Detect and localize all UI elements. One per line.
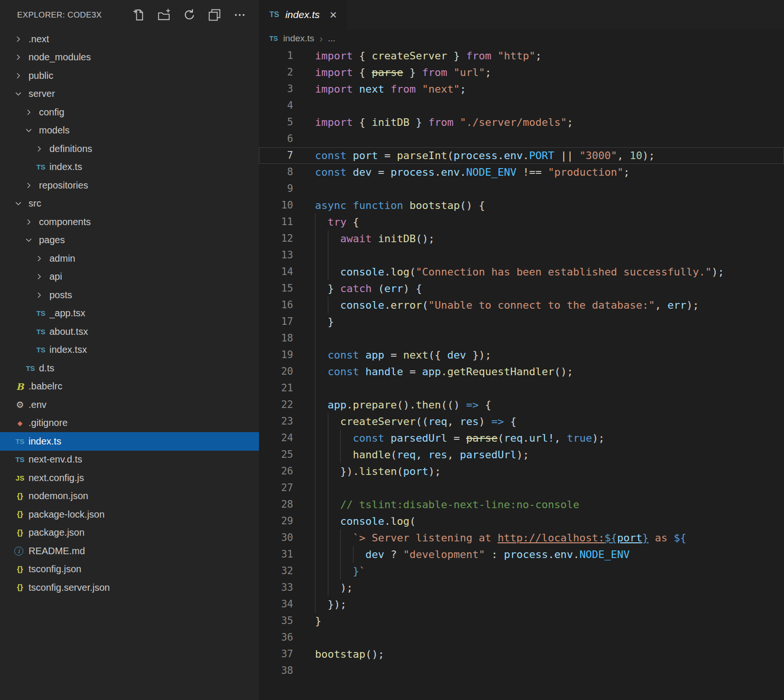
code-line-2[interactable]: 2import { parse } from "url"; (259, 64, 784, 81)
code-token: log (391, 266, 410, 278)
code-line-22[interactable]: 22 app.prepare().then(() => { (259, 397, 784, 413)
tree-item-server[interactable]: server (0, 85, 259, 104)
code-line-7[interactable]: 7const port = parseInt(process.env.PORT … (259, 147, 784, 164)
tree-item-label: nodemon.json (29, 491, 88, 501)
code-line-9[interactable]: 9 (259, 180, 784, 197)
code-line-content: app.prepare().then(() => { (315, 397, 784, 413)
code-line-23[interactable]: 23 createServer((req, res) => { (259, 413, 784, 430)
explorer-sidebar: EXPLORER: CODE3X .nextnode_modulespublic… (0, 0, 259, 700)
breadcrumb-symbol[interactable]: ... (328, 33, 335, 44)
refresh-icon[interactable] (182, 8, 196, 22)
tree-item-index.tsx[interactable]: TSindex.tsx (0, 341, 259, 359)
indent-guide (340, 446, 341, 463)
tree-item-admin[interactable]: admin (0, 249, 259, 268)
code-token: (( (416, 416, 429, 427)
code-line-27[interactable]: 27 (259, 480, 784, 496)
code-line-content: bootstap(); (315, 646, 784, 662)
code-line-10[interactable]: 10async function bootstap() { (259, 197, 784, 214)
tree-item-label: tsconfig.json (29, 564, 81, 575)
code-line-35[interactable]: 35} (259, 613, 784, 629)
tree-item-d.ts[interactable]: TSd.ts (0, 359, 259, 378)
tree-item-posts[interactable]: posts (0, 286, 259, 304)
code-line-content (315, 480, 784, 496)
new-folder-icon[interactable] (157, 8, 171, 22)
code-line-28[interactable]: 28 // tslint:disable-next-line:no-consol… (259, 496, 784, 513)
code-line-37[interactable]: 37bootstap(); (259, 646, 784, 662)
tree-item-definitions[interactable]: definitions (0, 140, 259, 158)
tree-item-index.ts[interactable]: TSindex.ts (0, 432, 259, 451)
tree-item-README.md[interactable]: iREADME.md (0, 542, 259, 560)
code-line-12[interactable]: 12 await initDB(); (259, 230, 784, 247)
tab-index-ts[interactable]: TS index.ts × (259, 0, 347, 29)
code-line-4[interactable]: 4 (259, 97, 784, 114)
tree-item-api[interactable]: api (0, 268, 259, 286)
tree-item-nodemon.json[interactable]: {}nodemon.json (0, 487, 259, 506)
code-line-32[interactable]: 32 }` (259, 563, 784, 579)
tree-item-src[interactable]: src (0, 195, 259, 213)
code-token: import (315, 66, 353, 78)
chevron-down-icon (14, 199, 29, 208)
tree-item-next-env.d.ts[interactable]: TSnext-env.d.ts (0, 451, 259, 469)
code-token: then (416, 399, 441, 411)
code-token: dev (447, 349, 466, 361)
code-editor[interactable]: 1import { createServer } from "http";2im… (259, 47, 784, 700)
tree-item-components[interactable]: components (0, 213, 259, 231)
tree-item-_app.tsx[interactable]: TS_app.tsx (0, 304, 259, 323)
code-line-11[interactable]: 11 try { (259, 214, 784, 230)
code-token: bootstap (315, 648, 365, 660)
code-line-34[interactable]: 34 }); (259, 596, 784, 613)
code-line-8[interactable]: 8const dev = process.env.NODE_ENV !== "p… (259, 164, 784, 180)
tree-item-.gitignore[interactable]: ◆.gitignore (0, 414, 259, 433)
tree-item-package.json[interactable]: {}package.json (0, 524, 259, 542)
tree-item-tsconfig.server.json[interactable]: {}tsconfig.server.json (0, 578, 259, 597)
code-line-5[interactable]: 5import { initDB } from "./server/models… (259, 114, 784, 131)
tree-item-.babelrc[interactable]: B.babelrc (0, 378, 259, 396)
code-token: handle (365, 366, 403, 378)
code-line-18[interactable]: 18 (259, 330, 784, 347)
code-line-1[interactable]: 1import { createServer } from "http"; (259, 47, 784, 64)
tree-item-index.ts[interactable]: TSindex.ts (0, 158, 259, 177)
tree-item-public[interactable]: public (0, 66, 259, 85)
tree-item-.env[interactable]: ⚙.env (0, 396, 259, 414)
code-line-3[interactable]: 3import next from "next"; (259, 81, 784, 97)
tree-item-models[interactable]: models (0, 122, 259, 140)
code-line-26[interactable]: 26 }).listen(port); (259, 463, 784, 480)
code-line-19[interactable]: 19 const app = next({ dev }); (259, 347, 784, 363)
code-line-31[interactable]: 31 dev ? "development" : process.env.NOD… (259, 546, 784, 563)
code-line-16[interactable]: 16 console.error("Unable to connect to t… (259, 297, 784, 313)
code-line-38[interactable]: 38 (259, 662, 784, 679)
tree-item-repositories[interactable]: repositories (0, 176, 259, 195)
code-token: "./server/models" (460, 116, 567, 128)
code-line-24[interactable]: 24 const parsedUrl = parse(req.url!, tru… (259, 430, 784, 446)
code-token: req (428, 416, 447, 427)
tree-item-config[interactable]: config (0, 103, 259, 122)
tree-item-pages[interactable]: pages (0, 231, 259, 250)
indent-guide (328, 430, 328, 446)
collapse-all-icon[interactable] (207, 8, 221, 22)
code-line-36[interactable]: 36 (259, 629, 784, 646)
new-file-icon[interactable] (132, 8, 146, 22)
indent-guide (328, 513, 328, 530)
breadcrumb-file[interactable]: index.ts (283, 33, 314, 44)
code-line-15[interactable]: 15 } catch (err) { (259, 280, 784, 297)
tree-item-tsconfig.json[interactable]: {}tsconfig.json (0, 560, 259, 579)
tree-item-node_modules[interactable]: node_modules (0, 48, 259, 67)
code-line-6[interactable]: 6 (259, 131, 784, 147)
code-line-13[interactable]: 13 (259, 247, 784, 264)
code-line-25[interactable]: 25 handle(req, res, parsedUrl); (259, 446, 784, 463)
tree-item-about.tsx[interactable]: TSabout.tsx (0, 322, 259, 341)
code-line-30[interactable]: 30 `> Server listening at http://localho… (259, 530, 784, 546)
code-line-29[interactable]: 29 console.log( (259, 513, 784, 530)
tree-item-.next[interactable]: .next (0, 30, 259, 48)
code-line-20[interactable]: 20 const handle = app.getRequestHandler(… (259, 363, 784, 380)
tree-item-label: src (29, 198, 41, 209)
more-actions-icon[interactable] (232, 8, 247, 22)
code-line-21[interactable]: 21 (259, 380, 784, 397)
code-line-14[interactable]: 14 console.log("Connection has been esta… (259, 264, 784, 280)
code-line-17[interactable]: 17 } (259, 313, 784, 330)
close-icon[interactable]: × (330, 9, 337, 21)
code-token (372, 233, 378, 245)
tree-item-package-lock.json[interactable]: {}package-lock.json (0, 505, 259, 524)
code-line-33[interactable]: 33 ); (259, 579, 784, 596)
tree-item-next.config.js[interactable]: JSnext.config.js (0, 469, 259, 487)
